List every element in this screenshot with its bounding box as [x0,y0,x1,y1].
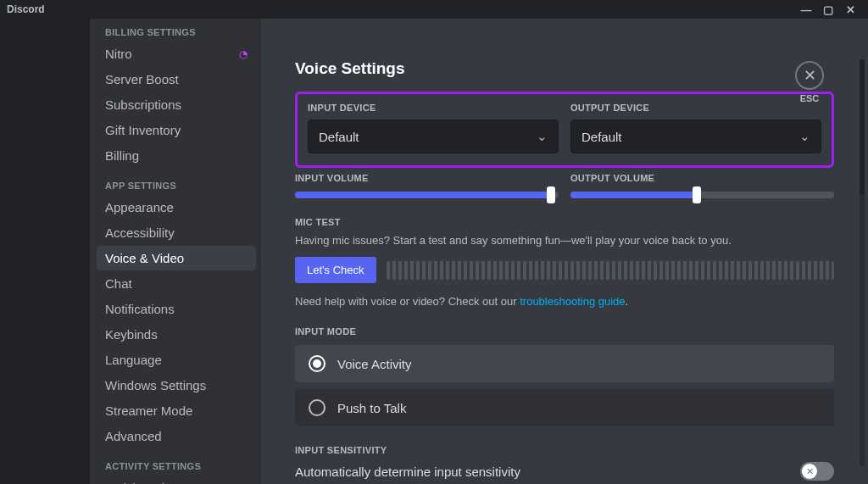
sidebar-group-head: ACTIVITY SETTINGS [97,449,256,475]
help-text: Need help with voice or video? Check out… [295,295,834,308]
close-button[interactable]: ✕ [839,3,861,16]
output-device-head: OUTPUT DEVICE [570,103,821,113]
input-mode-voice-activity[interactable]: Voice Activity [295,345,834,382]
sidebar-item-billing[interactable]: Billing [97,143,256,168]
sidebar-item-gift-inventory[interactable]: Gift Inventory [97,118,256,142]
sidebar-item-label: Keybinds [105,327,158,342]
sidebar-item-label: Nitro [105,47,132,61]
sidebar-item-label: Notifications [105,302,175,316]
radio-label: Voice Activity [337,357,412,371]
input-volume-head: INPUT VOLUME [295,173,559,183]
sidebar-item-label: Windows Settings [105,378,206,392]
sidebar-item-language[interactable]: Language [97,348,256,372]
sidebar-item-subscriptions[interactable]: Subscriptions [97,92,256,117]
radio-icon [309,399,326,416]
left-gutter [0,19,90,484]
input-device-value: Default [319,130,359,144]
output-device-value: Default [581,130,622,144]
sidebar-item-label: Advanced [105,429,162,443]
input-mode-head: INPUT MODE [295,326,834,337]
sidebar-item-chat[interactable]: Chat [97,271,256,296]
maximize-button[interactable]: ▢ [817,3,839,16]
sidebar-item-label: Subscriptions [105,97,181,112]
troubleshooting-link[interactable]: troubleshooting guide [520,295,625,308]
sidebar-item-label: Accessibility [105,225,175,240]
output-volume-slider[interactable] [570,192,834,198]
sidebar-item-label: Appearance [105,200,174,214]
close-settings-button[interactable]: ✕ ESC [795,61,824,103]
input-device-head: INPUT DEVICE [308,103,559,113]
sidebar-item-label: Voice & Video [105,251,184,265]
input-mode-push-to-talk[interactable]: Push to Talk [295,389,834,426]
radio-label: Push to Talk [337,401,406,415]
sidebar-item-notifications[interactable]: Notifications [97,297,256,321]
mic-test-desc: Having mic issues? Start a test and say … [295,234,834,247]
input-volume-thumb[interactable] [547,186,555,203]
sidebar-group-head: APP SETTINGS [97,169,256,194]
sidebar-item-nitro[interactable]: Nitro◔ [97,42,256,66]
sidebar-item-label: Gift Inventory [105,123,181,137]
sidebar-item-appearance[interactable]: Appearance [97,195,256,220]
input-device-select[interactable]: Default ⌄ [308,120,559,153]
sidebar-item-voice-video[interactable]: Voice & Video [97,246,256,270]
input-volume-slider[interactable] [295,192,559,198]
settings-sidebar: BILLING SETTINGSNitro◔Server BoostSubscr… [90,19,261,484]
titlebar: Discord — ▢ ✕ [0,0,868,19]
sidebar-item-accessibility[interactable]: Accessibility [97,220,256,245]
scrollbar[interactable] [860,59,865,466]
sidebar-item-keybinds[interactable]: Keybinds [97,322,256,347]
output-volume-thumb[interactable] [693,186,701,203]
chevron-down-icon: ⌄ [537,129,548,144]
sidebar-item-label: Activity Privacy [105,481,191,484]
sidebar-item-label: Language [105,353,162,367]
sidebar-item-streamer-mode[interactable]: Streamer Mode [97,398,256,423]
sidebar-item-label: Streamer Mode [105,403,192,418]
auto-sensitivity-toggle[interactable]: ✕ [800,462,834,481]
sidebar-item-windows-settings[interactable]: Windows Settings [97,373,256,398]
nitro-icon: ◔ [239,48,248,60]
esc-label: ESC [795,93,824,103]
radio-icon [309,355,326,372]
minimize-button[interactable]: — [795,3,817,16]
chevron-down-icon: ⌄ [799,129,810,144]
sidebar-item-label: Server Boost [105,72,179,86]
sidebar-item-activity-privacy[interactable]: Activity Privacy [97,476,256,484]
mic-meter [387,261,834,280]
sidebar-item-server-boost[interactable]: Server Boost [97,67,256,92]
sidebar-item-label: Chat [105,276,132,291]
scrollbar-thumb[interactable] [860,59,865,195]
sidebar-item-advanced[interactable]: Advanced [97,424,256,448]
mic-test-button[interactable]: Let's Check [295,257,376,283]
settings-content: ✕ ESC Voice Settings INPUT DEVICE Defaul… [261,19,868,484]
sidebar-item-label: Billing [105,148,139,163]
page-title: Voice Settings [295,59,834,78]
window-title: Discord [7,3,45,15]
sidebar-group-head: BILLING SETTINGS [97,27,256,41]
output-volume-head: OUTPUT VOLUME [570,173,834,183]
output-device-select[interactable]: Default ⌄ [570,120,821,153]
auto-sensitivity-label: Automatically determine input sensitivit… [295,465,520,479]
close-icon: ✕ [804,66,816,85]
input-sensitivity-head: INPUT SENSITIVITY [295,445,834,455]
mic-test-head: MIC TEST [295,217,834,227]
device-highlight-box: INPUT DEVICE Default ⌄ OUTPUT DEVICE Def… [295,92,834,168]
